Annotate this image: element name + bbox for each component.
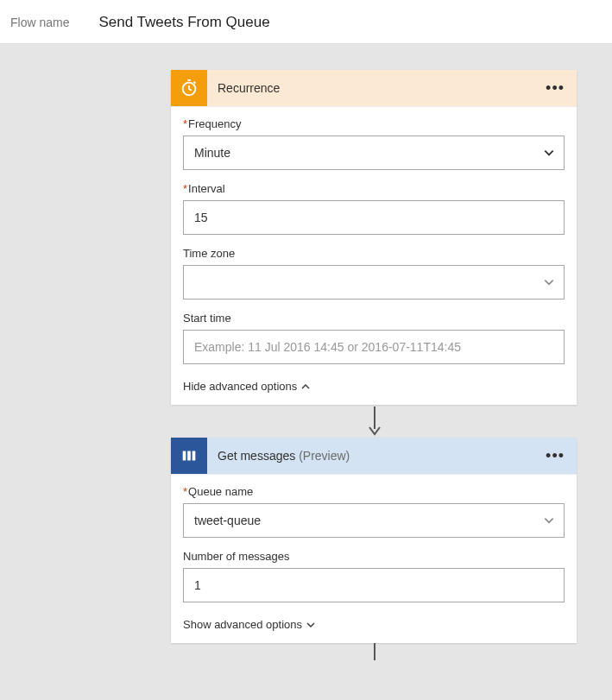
interval-input[interactable] xyxy=(194,201,553,234)
connector-tail xyxy=(171,643,577,660)
nummessages-input[interactable] xyxy=(194,569,553,602)
getmessages-title: Get messages (Preview) xyxy=(207,449,533,463)
recurrence-menu-button[interactable]: ••• xyxy=(533,79,577,98)
frequency-select[interactable]: Minute xyxy=(183,136,565,170)
recurrence-card: Recurrence ••• *Frequency Minute *Interv… xyxy=(171,70,577,405)
getmessages-header[interactable]: Get messages (Preview) ••• xyxy=(171,438,577,474)
starttime-label: Start time xyxy=(183,312,565,325)
flowname-value[interactable]: Send Tweets From Queue xyxy=(98,14,269,31)
frequency-field: *Frequency Minute xyxy=(183,117,565,170)
recurrence-header[interactable]: Recurrence ••• xyxy=(171,70,577,106)
canvas: Recurrence ••• *Frequency Minute *Interv… xyxy=(0,44,612,660)
frequency-label: *Frequency xyxy=(183,117,565,130)
svg-rect-2 xyxy=(183,451,186,461)
clock-icon xyxy=(171,70,207,106)
queuename-select[interactable]: tweet-queue xyxy=(183,503,565,538)
flowname-label: Flow name xyxy=(10,16,69,29)
show-advanced-toggle[interactable]: Show advanced options xyxy=(183,615,565,640)
timezone-field: Time zone xyxy=(183,247,565,300)
interval-field: *Interval xyxy=(183,182,565,235)
svg-rect-3 xyxy=(187,451,191,461)
starttime-input[interactable] xyxy=(194,331,553,363)
getmessages-menu-button[interactable]: ••• xyxy=(533,447,577,465)
connector-arrow xyxy=(171,407,577,436)
hide-advanced-toggle[interactable]: Hide advanced options xyxy=(183,376,565,401)
chevron-down-icon xyxy=(306,620,316,630)
chevron-up-icon xyxy=(300,382,311,392)
nummessages-label: Number of messages xyxy=(183,550,565,563)
timezone-label: Time zone xyxy=(183,247,565,260)
queuename-value: tweet-queue xyxy=(194,514,261,527)
recurrence-body: *Frequency Minute *Interval Time zone xyxy=(171,106,577,405)
preview-badge: (Preview) xyxy=(299,449,350,463)
queuename-field: *Queue name tweet-queue xyxy=(183,485,565,538)
recurrence-title: Recurrence xyxy=(207,81,533,95)
chevron-down-icon xyxy=(543,514,555,527)
top-bar: Flow name Send Tweets From Queue xyxy=(0,0,612,44)
timezone-select[interactable] xyxy=(183,265,565,300)
interval-input-wrap xyxy=(183,200,565,235)
starttime-field: Start time xyxy=(183,312,565,364)
queue-icon xyxy=(171,438,207,474)
chevron-down-icon xyxy=(543,276,555,288)
starttime-input-wrap xyxy=(183,330,565,364)
frequency-value: Minute xyxy=(194,146,230,160)
getmessages-card: Get messages (Preview) ••• *Queue name t… xyxy=(171,438,577,643)
nummessages-field: Number of messages xyxy=(183,550,565,602)
interval-label: *Interval xyxy=(183,182,565,195)
nummessages-input-wrap xyxy=(183,568,565,602)
getmessages-body: *Queue name tweet-queue Number of messag… xyxy=(171,474,577,643)
queuename-label: *Queue name xyxy=(183,485,565,498)
svg-rect-4 xyxy=(192,451,196,461)
chevron-down-icon xyxy=(543,147,555,159)
